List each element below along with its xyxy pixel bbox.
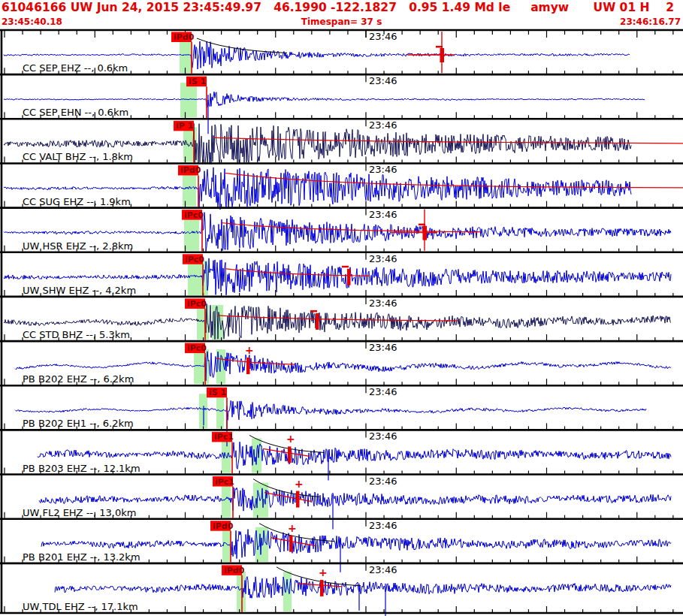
pick-flag-label: iP 1: [176, 121, 193, 131]
coda-duration-marker[interactable]: [347, 269, 351, 285]
polarity-plus-mark: +: [286, 433, 295, 445]
minute-label: 23:46: [369, 386, 397, 397]
channel-label: UW TDL EHZ --, 17.1km: [23, 601, 138, 612]
polarity-plus-mark: +: [245, 344, 254, 356]
coda-cursor-dash: [436, 46, 443, 48]
trace-display-area[interactable]: 23:46CC SEP EHZ --, 0.6kmiPd023:46CC SEP…: [0, 0, 683, 616]
minute-label: 23:46: [369, 297, 397, 309]
decay-curve-black: [259, 524, 334, 542]
pick-uncertainty-band: [188, 261, 208, 295]
coda-duration-marker[interactable]: [296, 491, 300, 508]
coda-duration-marker[interactable]: [289, 536, 293, 552]
pick-flag-label: iPd0: [213, 521, 234, 531]
pick-flag-label: iPc1: [214, 432, 234, 442]
minute-label: 23:46: [369, 75, 397, 86]
coda-duration-marker[interactable]: [320, 580, 324, 596]
pick-uncertainty-band: [283, 572, 292, 611]
coda-duration-marker[interactable]: [246, 358, 250, 374]
minute-label: 23:46: [369, 253, 397, 264]
pick-uncertainty-band: [222, 438, 231, 473]
channel-label: PB B203 EHZ --, 12.1km: [23, 463, 141, 474]
polarity-plus-mark: +: [288, 522, 297, 534]
minute-label: 23:46: [369, 564, 397, 575]
channel-label: UW HSR EHZ --, 2.8km: [23, 240, 133, 252]
polarity-plus-mark: +: [295, 478, 304, 490]
channel-label: PB B201 EHZ --, 13.2km: [23, 551, 141, 563]
channel-label: PB B202 EHZ --, 6.2km: [23, 373, 134, 385]
polarity-minus-mark: [310, 310, 317, 313]
pick-flag-label: iPc0: [187, 343, 207, 353]
pick-flag-label: iPd0: [174, 32, 195, 42]
channel-label: CC VALT BHZ --, 1.8km: [23, 151, 133, 162]
minute-label: 23:46: [369, 119, 397, 131]
polarity-plus-mark: +: [319, 566, 328, 578]
coda-duration-marker[interactable]: [288, 446, 292, 463]
coda-cursor-dash: [419, 224, 425, 226]
pick-flag-label: iPc0: [185, 255, 204, 264]
channel-label: UW FL2 EHZ --, 13.0km: [23, 507, 136, 518]
minute-label: 23:46: [369, 209, 397, 220]
minute-label: 23:46: [369, 430, 397, 442]
waveform[interactable]: [55, 577, 671, 599]
trace-row[interactable]: [55, 577, 671, 599]
pick-uncertainty-band: [184, 216, 199, 251]
minute-label: 23:46: [369, 31, 397, 42]
pick-flag-label: iPc0: [187, 299, 207, 309]
channel-label: PB B202 EH1 --, 6.2km: [23, 418, 134, 429]
waveform[interactable]: [4, 92, 645, 107]
minute-label: 23:46: [369, 164, 397, 175]
pick-flag-label: iS 1: [209, 388, 226, 397]
channel-label: CC STD BHZ --, 5.3km: [23, 329, 130, 340]
pick-flag-label: iPc1: [215, 477, 234, 487]
pick-flag-label: iPd0: [224, 566, 245, 575]
pick-flag-label: iPc0: [184, 210, 204, 220]
channel-label: CC SEP EHZ --, 0.6km: [23, 62, 128, 74]
pickwin-window: 61046166 UW Jun 24, 2015 23:45:49.97 46.…: [0, 0, 683, 616]
coda-duration-marker[interactable]: [316, 313, 319, 330]
polarity-minus-mark: [342, 266, 349, 268]
minute-label: 23:46: [369, 476, 397, 487]
channel-label: CC SEP EHN --, 0.6km: [23, 107, 128, 118]
trace-row[interactable]: [4, 92, 645, 107]
minute-label: 23:46: [369, 520, 397, 531]
channel-label: CC SUG EHZ --, 1.9km: [23, 196, 131, 207]
pick-flag-label: iS 1: [189, 77, 206, 86]
channel-label: UW SHW EHZ --, 4.2km: [23, 285, 136, 296]
minute-label: 23:46: [369, 342, 397, 353]
pick-flag-label: iPd0: [180, 165, 201, 175]
pick-uncertainty-band: [180, 83, 197, 117]
